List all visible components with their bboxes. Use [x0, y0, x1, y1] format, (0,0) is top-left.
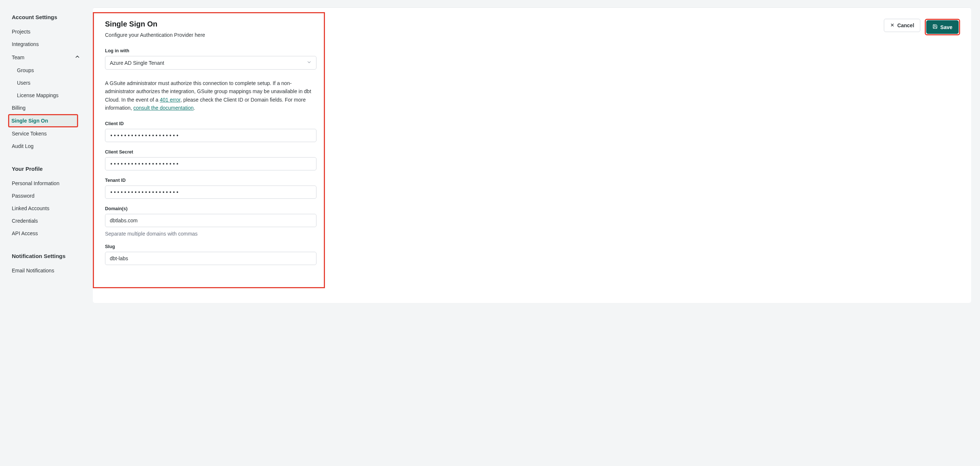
- account-settings-header: Account Settings: [12, 14, 84, 20]
- domains-helper-text: Separate multiple domains with commas: [105, 231, 317, 237]
- error-link[interactable]: 401 error: [160, 97, 181, 103]
- client-secret-input[interactable]: [105, 157, 317, 170]
- slug-label: Slug: [105, 244, 317, 249]
- sidebar-item-billing[interactable]: Billing: [12, 101, 84, 114]
- sidebar-item-integrations[interactable]: Integrations: [12, 38, 84, 51]
- login-with-label: Log in with: [105, 48, 317, 53]
- select-value: Azure AD Single Tenant: [110, 60, 164, 66]
- page-title: Single Sign On: [105, 20, 317, 29]
- sso-form: Single Sign On Configure your Authentica…: [93, 12, 325, 288]
- client-secret-label: Client Secret: [105, 149, 317, 155]
- cancel-label: Cancel: [897, 22, 914, 29]
- domains-label: Domain(s): [105, 206, 317, 211]
- domains-input[interactable]: [105, 214, 317, 227]
- main-card: Single Sign On Configure your Authentica…: [93, 7, 971, 303]
- sidebar-item-sso[interactable]: Single Sign On: [8, 114, 78, 127]
- save-icon: [932, 24, 938, 30]
- actions-area: Cancel Save: [332, 19, 960, 288]
- tenant-id-input[interactable]: [105, 185, 317, 199]
- domains-field-group: Domain(s) Separate multiple domains with…: [105, 206, 317, 237]
- slug-field-group: Slug: [105, 244, 317, 265]
- save-button[interactable]: Save: [926, 20, 959, 34]
- main-content: Single Sign On Configure your Authentica…: [84, 0, 980, 466]
- chevron-up-icon: [75, 54, 80, 61]
- sidebar: Account Settings Projects Integrations T…: [0, 0, 84, 466]
- notification-settings-header: Notification Settings: [12, 253, 84, 259]
- sidebar-item-label: Team: [12, 54, 24, 60]
- docs-link[interactable]: consult the documentation: [134, 105, 193, 111]
- save-label: Save: [940, 24, 952, 30]
- sidebar-item-projects[interactable]: Projects: [12, 25, 84, 38]
- login-with-field-group: Log in with Azure AD Single Tenant: [105, 48, 317, 70]
- sidebar-item-linked-accounts[interactable]: Linked Accounts: [12, 202, 84, 215]
- info-text: A GSuite administrator must authorize th…: [105, 79, 317, 112]
- close-icon: [890, 22, 894, 29]
- sidebar-item-api-access[interactable]: API Access: [12, 227, 84, 239]
- client-id-field-group: Client ID: [105, 121, 317, 142]
- client-id-input[interactable]: [105, 129, 317, 142]
- sidebar-item-personal-info[interactable]: Personal Information: [12, 177, 84, 190]
- chevron-down-icon: [307, 60, 312, 66]
- cancel-button[interactable]: Cancel: [884, 19, 920, 32]
- client-id-label: Client ID: [105, 121, 317, 126]
- login-with-select[interactable]: Azure AD Single Tenant: [105, 56, 317, 70]
- sidebar-item-audit-log[interactable]: Audit Log: [12, 140, 84, 152]
- client-secret-field-group: Client Secret: [105, 149, 317, 170]
- sidebar-item-groups[interactable]: Groups: [12, 64, 84, 76]
- sidebar-item-team[interactable]: Team: [12, 51, 84, 64]
- sidebar-item-users[interactable]: Users: [12, 76, 84, 89]
- slug-input[interactable]: [105, 252, 317, 265]
- sidebar-item-credentials[interactable]: Credentials: [12, 215, 84, 227]
- sidebar-item-service-tokens[interactable]: Service Tokens: [12, 127, 84, 140]
- your-profile-header: Your Profile: [12, 166, 84, 172]
- sidebar-item-password[interactable]: Password: [12, 190, 84, 202]
- sidebar-item-license-mappings[interactable]: License Mappings: [12, 89, 84, 101]
- page-subtitle: Configure your Authentication Provider h…: [105, 32, 317, 38]
- save-highlight: Save: [925, 19, 960, 35]
- tenant-id-label: Tenant ID: [105, 178, 317, 183]
- tenant-id-field-group: Tenant ID: [105, 178, 317, 199]
- sidebar-item-email-notifications[interactable]: Email Notifications: [12, 264, 84, 277]
